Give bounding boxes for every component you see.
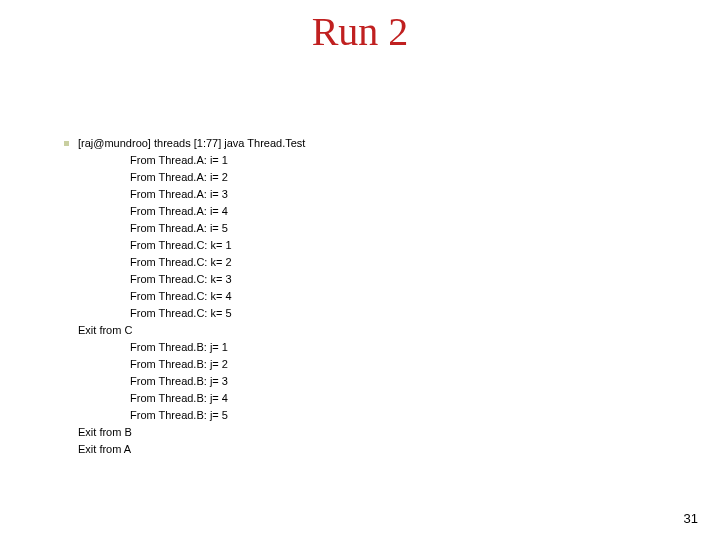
command-text: [raj@mundroo] threads [1:77] java Thread… xyxy=(78,137,305,149)
bullet-icon xyxy=(64,141,69,146)
output-line: From Thread.B: j= 1 xyxy=(78,339,305,356)
output-line: From Thread.C: k= 2 xyxy=(78,254,305,271)
output-line: From Thread.A: i= 1 xyxy=(78,152,305,169)
output-line: From Thread.C: k= 4 xyxy=(78,288,305,305)
output-line: Exit from C xyxy=(78,322,305,339)
code-output-block: [raj@mundroo] threads [1:77] java Thread… xyxy=(78,135,305,458)
page-number: 31 xyxy=(684,511,698,526)
output-line: From Thread.C: k= 3 xyxy=(78,271,305,288)
output-line: Exit from B xyxy=(78,424,305,441)
output-line: From Thread.A: i= 2 xyxy=(78,169,305,186)
command-line: [raj@mundroo] threads [1:77] java Thread… xyxy=(78,135,305,152)
output-line: Exit from A xyxy=(78,441,305,458)
output-line: From Thread.C: k= 5 xyxy=(78,305,305,322)
output-line: From Thread.B: j= 3 xyxy=(78,373,305,390)
output-line: From Thread.C: k= 1 xyxy=(78,237,305,254)
output-line: From Thread.A: i= 3 xyxy=(78,186,305,203)
output-line: From Thread.A: i= 5 xyxy=(78,220,305,237)
output-line: From Thread.B: j= 4 xyxy=(78,390,305,407)
output-line: From Thread.B: j= 2 xyxy=(78,356,305,373)
slide-title: Run 2 xyxy=(0,8,720,55)
output-line: From Thread.A: i= 4 xyxy=(78,203,305,220)
output-line: From Thread.B: j= 5 xyxy=(78,407,305,424)
